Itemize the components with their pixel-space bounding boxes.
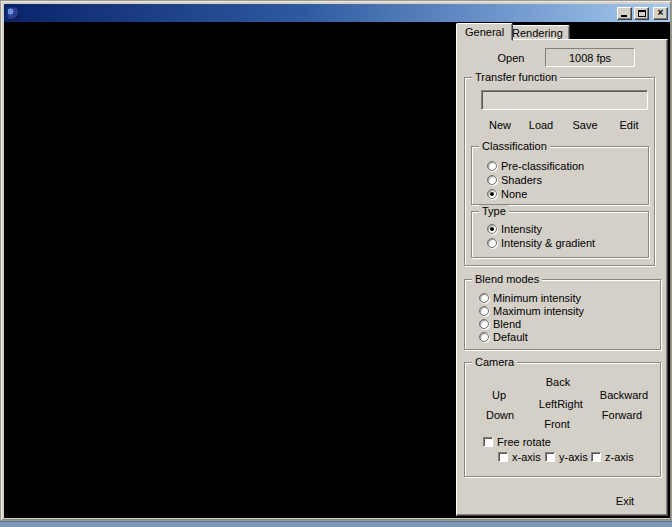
camera-forward-button[interactable]: Forward	[602, 409, 642, 421]
free-rotate-checkbox[interactable]: Free rotate	[483, 436, 551, 448]
camera-right-button[interactable]: Right	[557, 398, 583, 410]
transfer-function-title: Transfer function	[472, 71, 560, 83]
camera-left-button[interactable]: Left	[539, 398, 557, 410]
checkbox-icon	[591, 452, 601, 462]
radio-intensity-gradient[interactable]: Intensity & gradient	[487, 236, 595, 249]
tab-general[interactable]: General	[456, 23, 513, 41]
radio-icon	[479, 319, 489, 329]
load-button[interactable]: Load	[529, 119, 553, 131]
y-axis-checkbox[interactable]: y-axis	[545, 451, 588, 463]
exit-button[interactable]: Exit	[616, 495, 634, 507]
application-window: × General Rendering Open 1008 fps	[0, 0, 672, 521]
checkbox-icon	[545, 452, 555, 462]
new-button[interactable]: New	[489, 119, 511, 131]
minimize-button[interactable]	[617, 7, 632, 20]
radio-default[interactable]: Default	[479, 330, 528, 343]
open-button[interactable]: Open	[498, 52, 525, 64]
maximize-icon	[638, 10, 646, 17]
tab-page-general: Open 1008 fps Transfer function New Load…	[456, 39, 668, 516]
app-icon	[6, 7, 19, 20]
radio-label: Minimum intensity	[493, 292, 581, 304]
camera-title: Camera	[472, 356, 517, 368]
tab-rendering-label: Rendering	[512, 27, 563, 39]
minimize-icon	[621, 15, 627, 17]
type-group: Type Intensity Intensity & gradient	[471, 211, 649, 258]
classification-group: Classification Pre-classification Shader…	[471, 146, 649, 205]
radio-icon-checked	[487, 224, 497, 234]
checkbox-label: Free rotate	[497, 436, 551, 448]
tab-strip: General Rendering	[456, 23, 668, 39]
x-axis-checkbox[interactable]: x-axis	[498, 451, 541, 463]
radio-icon	[479, 306, 489, 316]
radio-icon	[487, 161, 497, 171]
camera-front-button[interactable]: Front	[544, 418, 570, 430]
checkbox-label: z-axis	[605, 451, 634, 463]
camera-up-button[interactable]: Up	[492, 389, 506, 401]
radio-intensity[interactable]: Intensity	[487, 222, 542, 235]
radio-icon-checked	[487, 189, 497, 199]
fps-value: 1008 fps	[569, 52, 611, 64]
desktop-strip	[0, 521, 672, 527]
camera-group: Camera Back Up Left Right Backward Down …	[464, 362, 661, 477]
radio-icon	[479, 293, 489, 303]
radio-icon	[479, 332, 489, 342]
fps-display: 1008 fps	[545, 48, 635, 67]
radio-minimum-intensity[interactable]: Minimum intensity	[479, 291, 581, 304]
radio-label: Intensity	[501, 223, 542, 235]
radio-label: None	[501, 188, 527, 200]
tab-control: General Rendering Open 1008 fps Transfer…	[456, 23, 668, 516]
radio-none[interactable]: None	[487, 187, 527, 200]
window-controls: ×	[617, 7, 668, 20]
tab-general-label: General	[465, 26, 504, 38]
radio-label: Default	[493, 331, 528, 343]
type-title: Type	[479, 205, 509, 217]
radio-icon	[487, 238, 497, 248]
radio-shaders[interactable]: Shaders	[487, 173, 542, 186]
camera-down-button[interactable]: Down	[486, 409, 514, 421]
transfer-function-group: Transfer function New Load Save Edit Cla…	[464, 77, 655, 266]
title-bar[interactable]: ×	[4, 4, 670, 22]
blend-modes-group: Blend modes Minimum intensity Maximum in…	[464, 279, 661, 350]
edit-button[interactable]: Edit	[620, 119, 639, 131]
checkbox-label: y-axis	[559, 451, 588, 463]
radio-label: Blend	[493, 318, 521, 330]
radio-label: Maximum intensity	[493, 305, 584, 317]
radio-blend[interactable]: Blend	[479, 317, 521, 330]
close-button[interactable]: ×	[653, 7, 668, 20]
z-axis-checkbox[interactable]: z-axis	[591, 451, 634, 463]
checkbox-icon	[483, 437, 493, 447]
maximize-button[interactable]	[634, 7, 649, 20]
radio-pre-classification[interactable]: Pre-classification	[487, 159, 584, 172]
tab-rendering[interactable]: Rendering	[505, 25, 570, 40]
radio-icon	[487, 175, 497, 185]
screen: × General Rendering Open 1008 fps	[0, 0, 672, 527]
transfer-function-input[interactable]	[481, 90, 648, 110]
checkbox-icon	[498, 452, 508, 462]
radio-label: Intensity & gradient	[501, 237, 595, 249]
checkbox-label: x-axis	[512, 451, 541, 463]
radio-label: Pre-classification	[501, 160, 584, 172]
close-icon: ×	[658, 8, 664, 18]
camera-back-button[interactable]: Back	[546, 376, 570, 388]
save-button[interactable]: Save	[572, 119, 597, 131]
blend-modes-title: Blend modes	[472, 273, 542, 285]
camera-backward-button[interactable]: Backward	[600, 389, 648, 401]
radio-maximum-intensity[interactable]: Maximum intensity	[479, 304, 584, 317]
radio-label: Shaders	[501, 174, 542, 186]
classification-title: Classification	[479, 140, 550, 152]
